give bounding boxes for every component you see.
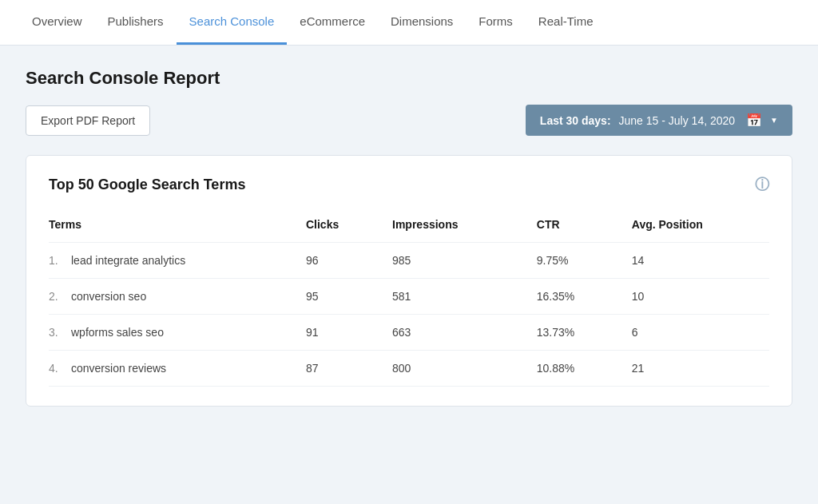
table-row: 1.lead integrate analytics969859.75%14 (49, 243, 769, 279)
col-terms: Terms (49, 210, 290, 243)
toolbar: Export PDF Report Last 30 days: June 15 … (26, 105, 792, 136)
cell-avg-position: 14 (616, 243, 769, 279)
card-header: Top 50 Google Search Terms ⓘ (49, 175, 769, 194)
row-number: 1. (49, 254, 65, 267)
cell-ctr: 9.75% (521, 243, 616, 279)
info-icon[interactable]: ⓘ (755, 175, 769, 194)
col-clicks: Clicks (290, 210, 376, 243)
term-text: wpforms sales seo (71, 326, 164, 339)
card-title-text: Top 50 Google Search Terms (49, 177, 245, 193)
date-range-label-bold: Last 30 days: (540, 114, 611, 127)
dropdown-arrow-icon: ▼ (770, 116, 778, 125)
cell-clicks: 96 (290, 243, 376, 279)
date-range-value: June 15 - July 14, 2020 (619, 114, 736, 127)
top-navigation: OverviewPublishersSearch ConsoleeCommerc… (0, 0, 818, 46)
nav-item-search-console[interactable]: Search Console (177, 0, 288, 45)
cell-clicks: 91 (290, 315, 376, 351)
nav-item-dimensions[interactable]: Dimensions (378, 0, 466, 45)
term-text: lead integrate analytics (71, 254, 185, 267)
col-impressions: Impressions (376, 210, 521, 243)
table-row: 4.conversion reviews8780010.88%21 (49, 351, 769, 387)
nav-item-real-time[interactable]: Real-Time (526, 0, 606, 45)
nav-item-ecommerce[interactable]: eCommerce (287, 0, 378, 45)
table-row: 3.wpforms sales seo9166313.73%6 (49, 315, 769, 351)
nav-item-forms[interactable]: Forms (466, 0, 526, 45)
cell-ctr: 13.73% (521, 315, 616, 351)
export-pdf-button[interactable]: Export PDF Report (26, 105, 150, 136)
cell-avg-position: 10 (616, 279, 769, 315)
cell-avg-position: 21 (616, 351, 769, 387)
table-header: Terms Clicks Impressions CTR Avg. Positi… (49, 210, 769, 243)
nav-item-overview[interactable]: Overview (19, 0, 95, 45)
cell-ctr: 16.35% (521, 279, 616, 315)
row-number: 2. (49, 290, 65, 303)
cell-impressions: 663 (376, 315, 521, 351)
search-terms-table: Terms Clicks Impressions CTR Avg. Positi… (49, 210, 769, 387)
row-number: 3. (49, 326, 65, 339)
search-terms-card: Top 50 Google Search Terms ⓘ Terms Click… (26, 155, 792, 407)
cell-ctr: 10.88% (521, 351, 616, 387)
row-number: 4. (49, 362, 65, 375)
calendar-icon: 📅 (746, 113, 762, 128)
cell-avg-position: 6 (616, 315, 769, 351)
nav-item-publishers[interactable]: Publishers (95, 0, 177, 45)
table-body: 1.lead integrate analytics969859.75%142.… (49, 243, 769, 387)
cell-term: 2.conversion seo (49, 279, 290, 315)
date-range-button[interactable]: Last 30 days: June 15 - July 14, 2020 📅 … (526, 105, 792, 136)
cell-impressions: 581 (376, 279, 521, 315)
cell-term: 3.wpforms sales seo (49, 315, 290, 351)
term-text: conversion seo (71, 290, 146, 303)
main-content: Search Console Report Export PDF Report … (0, 46, 818, 429)
col-ctr: CTR (521, 210, 616, 243)
cell-clicks: 87 (290, 351, 376, 387)
cell-impressions: 800 (376, 351, 521, 387)
term-text: conversion reviews (71, 362, 166, 375)
col-avg-position: Avg. Position (616, 210, 769, 243)
table-row: 2.conversion seo9558116.35%10 (49, 279, 769, 315)
cell-clicks: 95 (290, 279, 376, 315)
cell-term: 4.conversion reviews (49, 351, 290, 387)
cell-impressions: 985 (376, 243, 521, 279)
cell-term: 1.lead integrate analytics (49, 243, 290, 279)
page-title: Search Console Report (26, 68, 792, 89)
